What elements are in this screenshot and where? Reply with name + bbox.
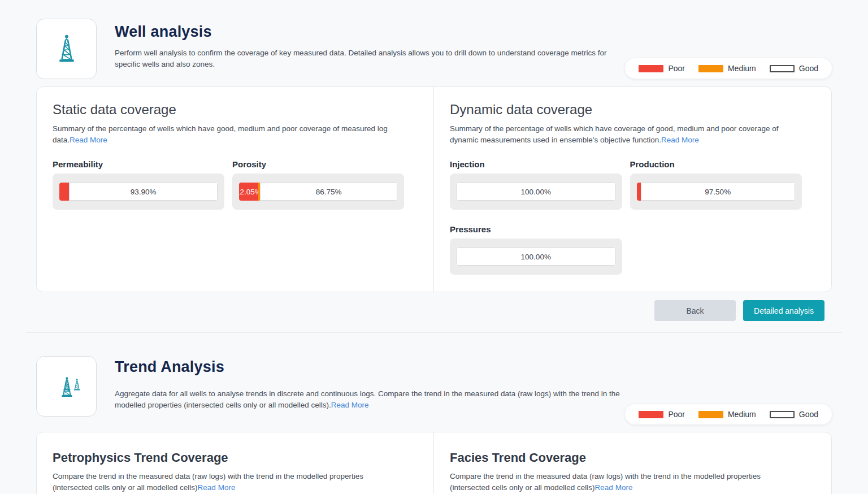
poor-swatch [639, 65, 663, 72]
dynamic-panel-title: Dynamic data coverage [450, 102, 802, 118]
production-good-segment: 97.50% [641, 183, 796, 201]
well-analysis-header: Well analysis Perform well analysis to c… [36, 19, 832, 79]
well-analysis-icon-box [36, 19, 97, 79]
trend-analysis-icon-box [36, 356, 97, 417]
porosity-bar[interactable]: 12.05% 86.75% [239, 183, 397, 201]
medium-swatch [698, 411, 723, 418]
legend-poor: Poor [639, 410, 685, 419]
static-read-more-link[interactable]: Read More [70, 136, 107, 144]
injection-bar[interactable]: 100.00% [457, 183, 615, 201]
poor-swatch [639, 411, 663, 418]
production-metric: Production 97.50% [630, 159, 802, 210]
static-panel-title: Static data coverage [53, 102, 404, 118]
pressures-metric: Pressures 100.00% [450, 224, 622, 275]
production-bar[interactable]: 97.50% [637, 183, 796, 201]
dynamic-data-coverage-panel: Dynamic data coverage Summary of the per… [434, 87, 831, 292]
static-data-coverage-panel: Static data coverage Summary of the perc… [37, 87, 434, 292]
section-divider [26, 332, 842, 333]
permeability-bar[interactable]: 93.90% [59, 183, 218, 201]
facies-panel-title: Facies Trend Coverage [450, 450, 802, 465]
legend-medium: Medium [698, 410, 756, 419]
legend-poor-label: Poor [668, 410, 685, 419]
production-bar-track: 97.50% [630, 174, 802, 210]
trend-analysis-header: Trend Analysis Aggregate data for all we… [36, 356, 832, 417]
petrophysics-panel-title: Petrophysics Trend Coverage [53, 450, 404, 465]
porosity-label: Porosity [232, 159, 404, 169]
multi-derrick-icon [49, 369, 84, 404]
facies-trend-panel: Facies Trend Coverage Compare the trend … [434, 432, 831, 494]
porosity-bar-track: 12.05% 86.75% [232, 174, 404, 210]
coverage-legend: Poor Medium Good [625, 58, 832, 79]
good-swatch [770, 411, 795, 418]
production-poor-segment [637, 183, 641, 201]
legend-good-label: Good [799, 64, 818, 73]
permeability-metric: Permeability 93.90% [53, 159, 224, 210]
legend-medium-label: Medium [728, 410, 756, 419]
injection-label: Injection [450, 159, 622, 169]
medium-swatch [698, 65, 723, 72]
well-analysis-card: Static data coverage Summary of the perc… [36, 86, 832, 292]
pressures-bar-track: 100.00% [450, 239, 622, 275]
page-title: Well analysis [115, 23, 632, 41]
permeability-label: Permeability [53, 159, 224, 169]
porosity-metric: Porosity 12.05% 86.75% [232, 159, 404, 210]
legend-good: Good [770, 64, 818, 73]
production-label: Production [630, 159, 802, 169]
trend-analysis-card: Petrophysics Trend Coverage Compare the … [36, 432, 832, 494]
dynamic-panel-description-text: Summary of the percentage of wells which… [450, 124, 779, 144]
legend-poor-label: Poor [668, 64, 685, 73]
back-button[interactable]: Back [654, 300, 736, 321]
permeability-bar-track: 93.90% [53, 174, 224, 210]
permeability-good-segment: 93.90% [69, 183, 218, 201]
trend-analysis-title: Trend Analysis [115, 358, 646, 376]
pressures-good-segment: 100.00% [457, 248, 615, 266]
pressures-label: Pressures [450, 224, 622, 234]
trend-read-more-link[interactable]: Read More [331, 401, 369, 409]
permeability-poor-segment [59, 183, 69, 201]
trend-analysis-description: Aggregate data for all wells to analyse … [115, 388, 646, 411]
petrophysics-panel-description: Compare the trend in the measured data (… [53, 471, 404, 493]
injection-good-segment: 100.00% [457, 183, 615, 201]
legend-medium: Medium [698, 64, 756, 73]
petrophysics-trend-panel: Petrophysics Trend Coverage Compare the … [37, 432, 434, 494]
legend-good-label: Good [799, 410, 818, 419]
oil-derrick-icon [50, 33, 83, 66]
injection-bar-track: 100.00% [450, 174, 622, 210]
facies-panel-description: Compare the trend in the measured data (… [450, 471, 802, 493]
page: Well analysis Perform well analysis to c… [0, 0, 868, 494]
dynamic-panel-description: Summary of the percentage of wells which… [450, 123, 802, 146]
facies-read-more-link[interactable]: Read More [595, 483, 633, 492]
static-panel-description: Summary of the percentage of wells which… [53, 123, 404, 146]
porosity-good-segment: 86.75% [260, 183, 397, 201]
legend-good: Good [770, 410, 818, 419]
legend-poor: Poor [639, 64, 685, 73]
petrophysics-read-more-link[interactable]: Read More [198, 483, 236, 492]
dynamic-read-more-link[interactable]: Read More [661, 136, 699, 144]
pressures-bar[interactable]: 100.00% [457, 248, 615, 266]
trend-coverage-legend: Poor Medium Good [625, 404, 832, 424]
injection-metric: Injection 100.00% [450, 159, 622, 210]
porosity-poor-segment: 12.05% [239, 183, 258, 201]
well-analysis-description: Perform well analysis to confirm the cov… [115, 47, 632, 70]
detailed-analysis-button[interactable]: Detailed analysis [743, 300, 824, 321]
good-swatch [770, 65, 795, 72]
legend-medium-label: Medium [728, 64, 756, 73]
